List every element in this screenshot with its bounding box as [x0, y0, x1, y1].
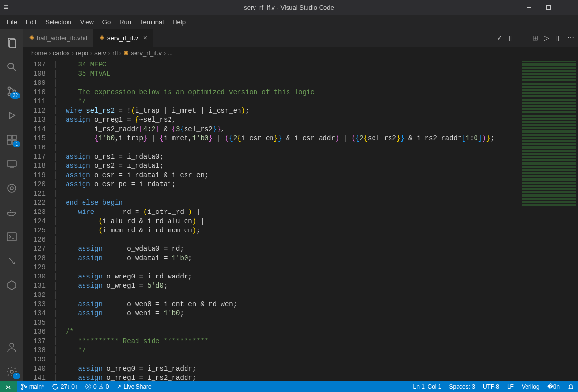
extensions-icon[interactable]: 1	[0, 130, 23, 149]
tabs: ✺ half_adder_tb.vhd ✺ serv_rf_if.v × ✓ ▥…	[23, 29, 578, 47]
menu-run[interactable]: Run	[116, 16, 135, 28]
line-number-gutter: 1071081091101111121131141151161171181191…	[23, 59, 51, 381]
terminal-icon[interactable]	[0, 227, 23, 246]
check-icon[interactable]: ✓	[497, 34, 503, 42]
maximize-button[interactable]	[541, 0, 556, 15]
tab-label: half_adder_tb.vhd	[37, 34, 87, 42]
menu-selection[interactable]: Selection	[41, 16, 75, 28]
svg-rect-5	[10, 40, 16, 48]
remote-explorer-icon[interactable]	[0, 154, 23, 174]
scm-icon[interactable]: 32	[0, 82, 23, 101]
svg-rect-12	[7, 135, 11, 139]
svg-rect-1	[546, 5, 550, 9]
extensions-badge: 1	[13, 141, 20, 147]
statusbar: main* 27↓ 0↑ ⓧ0 ⚠0 ↗Live Share Ln 1, Col…	[0, 381, 578, 392]
svg-marker-11	[9, 112, 15, 119]
svg-point-27	[10, 370, 13, 373]
titlebar: ≡ serv_rf_if.v - Visual Studio Code	[0, 0, 578, 15]
language-mode[interactable]: Verilog	[518, 383, 544, 390]
bc-segment[interactable]: ...	[168, 49, 173, 57]
split-icon[interactable]: ◫	[555, 34, 561, 42]
compare-icon[interactable]: ▥	[509, 34, 515, 42]
bc-segment[interactable]: carlos	[53, 49, 70, 57]
tab-serv-rf-if[interactable]: ✺ serv_rf_if.v ×	[94, 29, 153, 47]
remote-button[interactable]	[0, 381, 17, 392]
kubernetes-icon[interactable]	[0, 276, 23, 295]
svg-point-30	[25, 386, 27, 388]
menu-help[interactable]: Help	[169, 16, 189, 28]
explorer-icon[interactable]	[0, 33, 23, 52]
menu-go[interactable]: Go	[99, 16, 115, 28]
svg-marker-25	[8, 281, 16, 290]
list-icon[interactable]: ≣	[521, 34, 527, 42]
svg-rect-15	[12, 135, 16, 139]
verilog-file-icon: ✺	[29, 34, 34, 41]
bc-segment[interactable]: serv	[94, 49, 106, 57]
menu-view[interactable]: View	[76, 16, 98, 28]
search-icon[interactable]	[0, 57, 23, 77]
layout-icon[interactable]: ⊞	[532, 34, 538, 42]
code-area[interactable]: │ 34 MEPC │ 35 MTVAL │ │ The expression …	[51, 59, 520, 381]
eol[interactable]: LF	[503, 383, 518, 390]
text-cursor	[278, 255, 278, 262]
more-icon[interactable]: ⋯	[567, 34, 574, 42]
indentation[interactable]: Spaces: 3	[445, 383, 479, 390]
sync-button[interactable]: 27↓ 0↑	[48, 383, 82, 390]
minimize-button[interactable]	[522, 0, 536, 15]
target-icon[interactable]	[0, 179, 23, 198]
svg-point-26	[10, 343, 14, 347]
svg-rect-16	[7, 161, 16, 166]
liveshare-button[interactable]: ↗Live Share	[113, 383, 155, 390]
bell-icon[interactable]	[563, 383, 578, 390]
menubar: File Edit Selection View Go Run Terminal…	[0, 15, 578, 29]
account-icon[interactable]	[0, 338, 23, 357]
menu-terminal[interactable]: Terminal	[136, 16, 168, 28]
bc-segment[interactable]: serv_rf_if.v	[131, 49, 162, 57]
app-menu-icon[interactable]: ≡	[4, 3, 8, 12]
verilog-file-icon: ✺	[123, 49, 129, 57]
svg-rect-23	[10, 210, 11, 211]
menu-edit[interactable]: Edit	[22, 16, 40, 28]
feedback-icon[interactable]: �ūn	[544, 383, 563, 390]
svg-line-7	[13, 68, 16, 71]
tab-half-adder[interactable]: ✺ half_adder_tb.vhd	[23, 29, 94, 47]
cursor-position[interactable]: Ln 1, Col 1	[409, 383, 445, 390]
docker-icon[interactable]	[0, 203, 23, 222]
svg-point-29	[22, 388, 23, 390]
svg-point-19	[10, 187, 13, 190]
tab-label: serv_rf_if.v	[107, 34, 138, 42]
close-button[interactable]	[561, 0, 575, 15]
svg-point-6	[8, 63, 14, 69]
settings-badge: 1	[13, 373, 20, 379]
editor[interactable]: 1071081091101111121131141151161171181191…	[23, 59, 578, 381]
menu-file[interactable]: File	[3, 16, 21, 28]
window-title: serv_rf_if.v - Visual Studio Code	[244, 4, 334, 11]
bc-segment[interactable]: home	[31, 49, 47, 57]
svg-rect-13	[7, 140, 11, 144]
bc-segment[interactable]: rtl	[112, 49, 118, 57]
encoding[interactable]: UTF-8	[479, 383, 503, 390]
breadcrumb[interactable]: home› carlos› repo› serv› rtl› ✺ serv_rf…	[23, 47, 578, 59]
branch-button[interactable]: main*	[17, 383, 48, 390]
errors-button[interactable]: ⓧ0 ⚠0	[82, 383, 113, 391]
svg-point-8	[8, 87, 11, 90]
more-icon[interactable]: ⋯	[0, 300, 23, 319]
debug-icon[interactable]	[0, 106, 23, 125]
bc-segment[interactable]: repo	[76, 49, 88, 57]
svg-point-18	[8, 184, 16, 192]
run-icon[interactable]: ▷	[544, 34, 549, 42]
minimap[interactable]	[520, 59, 578, 381]
close-icon[interactable]: ×	[143, 34, 147, 42]
scm-badge: 32	[10, 92, 20, 99]
settings-icon[interactable]: 1	[0, 362, 23, 381]
verilog-file-icon: ✺	[100, 34, 104, 41]
arrow-icon[interactable]	[0, 251, 23, 271]
svg-rect-24	[7, 233, 16, 241]
activitybar: 32 1 ⋯ 1	[0, 29, 23, 381]
